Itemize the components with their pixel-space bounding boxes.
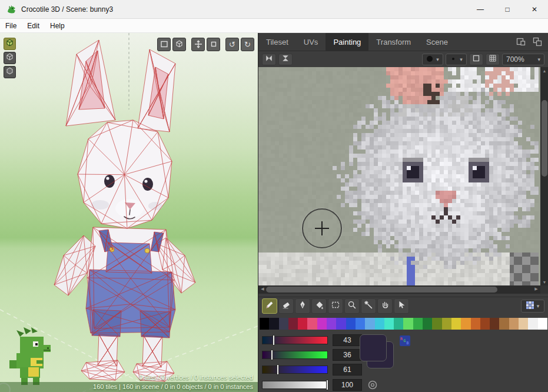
palette-swatch[interactable] bbox=[423, 318, 432, 330]
menu-file[interactable]: File bbox=[0, 19, 22, 33]
palette-swatch[interactable] bbox=[499, 318, 509, 330]
tool-pen-button[interactable] bbox=[295, 298, 310, 314]
palette-swatch[interactable] bbox=[307, 318, 317, 330]
palette-swatch[interactable] bbox=[298, 318, 307, 330]
scroll-left-button[interactable]: ◀ bbox=[258, 285, 267, 293]
channel-b-value[interactable]: 61 bbox=[333, 364, 362, 376]
channel-b-slider[interactable] bbox=[262, 366, 328, 374]
tool-zoom-button[interactable] bbox=[344, 298, 360, 314]
palette-swatch[interactable] bbox=[451, 318, 461, 330]
opacity-value[interactable]: 100 bbox=[333, 379, 362, 391]
channel-g-handle[interactable] bbox=[271, 350, 273, 360]
brush-size-dropdown[interactable]: ▾ bbox=[446, 54, 467, 65]
grid-toggle[interactable] bbox=[486, 54, 500, 65]
tool-fill-button[interactable] bbox=[311, 298, 327, 314]
rotate-ccw-button[interactable]: ↺ bbox=[225, 38, 239, 51]
tool-eraser-button[interactable] bbox=[278, 298, 294, 314]
tool-move-button[interactable] bbox=[394, 298, 409, 314]
palette-swatch[interactable] bbox=[403, 318, 413, 330]
edit-mode-button[interactable] bbox=[4, 52, 16, 64]
cube-icon bbox=[175, 39, 184, 49]
palette-swatch[interactable] bbox=[365, 318, 374, 330]
rotate-cw-button[interactable]: ↻ bbox=[241, 38, 254, 51]
brush-shape-dropdown[interactable]: ▾ bbox=[422, 54, 443, 65]
object-mode-button[interactable] bbox=[4, 66, 16, 78]
opacity-row: 100 bbox=[262, 379, 378, 391]
opacity-slider[interactable] bbox=[262, 381, 328, 389]
palette-swatch[interactable] bbox=[288, 318, 298, 330]
palette-swatch[interactable] bbox=[509, 318, 519, 330]
scroll-up-button[interactable]: ▲ bbox=[540, 67, 548, 74]
menu-edit[interactable]: Edit bbox=[22, 19, 45, 33]
tab-scene[interactable]: Scene bbox=[419, 33, 456, 51]
palette-swatch[interactable] bbox=[336, 318, 346, 330]
vertical-scroll-thumb[interactable] bbox=[542, 100, 547, 177]
channel-b-handle[interactable] bbox=[277, 364, 279, 375]
circle-picker-button[interactable] bbox=[367, 379, 378, 391]
square-outline-icon bbox=[472, 54, 480, 65]
frame-button[interactable] bbox=[207, 38, 220, 51]
palette-swatch[interactable] bbox=[384, 318, 394, 330]
menu-help[interactable]: Help bbox=[45, 19, 70, 33]
maximize-button[interactable]: □ bbox=[494, 0, 521, 19]
palette-swatch[interactable] bbox=[442, 318, 451, 330]
opacity-handle[interactable] bbox=[326, 380, 328, 390]
palette-grid-dropdown[interactable]: ▾ bbox=[521, 300, 544, 313]
tool-select-button[interactable] bbox=[328, 298, 343, 314]
viewport-3d[interactable]: ↺ ↻ 0 tiles / 0 vertices / 0 instances s… bbox=[0, 33, 258, 392]
perspective-cube-button[interactable] bbox=[172, 38, 186, 51]
mirror-x-button[interactable] bbox=[262, 54, 276, 65]
mirror-y-button[interactable] bbox=[278, 54, 293, 65]
rgb-mode-button[interactable]: RGB bbox=[400, 335, 410, 346]
palette-swatch[interactable] bbox=[269, 318, 278, 330]
palette-swatch[interactable] bbox=[346, 318, 356, 330]
brush-size-icon bbox=[450, 55, 457, 64]
tool-pan-button[interactable] bbox=[377, 298, 393, 314]
scroll-right-button[interactable]: ▶ bbox=[532, 285, 540, 293]
palette-swatch[interactable] bbox=[528, 318, 537, 330]
palette-swatch[interactable] bbox=[480, 318, 490, 330]
horizontal-scrollbar[interactable]: ◀ ▶ bbox=[258, 285, 540, 294]
palette-swatch[interactable] bbox=[394, 318, 403, 330]
tab-tileset[interactable]: Tileset bbox=[258, 33, 296, 51]
pixel-outline-toggle[interactable] bbox=[469, 54, 483, 65]
tab-painting[interactable]: Painting bbox=[326, 33, 368, 51]
status-counts: 160 tiles | 160 in scene / 0 in 0 object… bbox=[0, 382, 258, 392]
tab-transform[interactable]: Transform bbox=[368, 33, 419, 51]
palette-swatch[interactable] bbox=[327, 318, 336, 330]
close-button[interactable]: ✕ bbox=[521, 0, 548, 19]
paint-canvas[interactable] bbox=[258, 67, 539, 285]
scroll-down-button[interactable]: ▼ bbox=[540, 278, 548, 285]
tile-mode-button[interactable] bbox=[4, 38, 16, 50]
palette-swatch[interactable] bbox=[461, 318, 470, 330]
float-panels-button[interactable] bbox=[532, 36, 543, 48]
palette-swatch[interactable] bbox=[490, 318, 499, 330]
horizontal-scroll-thumb[interactable] bbox=[266, 287, 497, 293]
channel-g-value[interactable]: 36 bbox=[333, 349, 362, 361]
rect-select-button[interactable] bbox=[157, 38, 171, 51]
palette-swatch[interactable] bbox=[375, 318, 384, 330]
tool-pencil-button[interactable] bbox=[262, 298, 277, 314]
primary-color-preview[interactable] bbox=[360, 334, 387, 361]
dock-panel-button[interactable] bbox=[515, 36, 527, 48]
channel-r-slider[interactable] bbox=[262, 336, 328, 344]
channel-g-slider[interactable] bbox=[262, 351, 328, 359]
palette-swatch[interactable] bbox=[538, 318, 547, 330]
palette-swatch[interactable] bbox=[260, 318, 269, 330]
transform-button[interactable] bbox=[191, 38, 205, 51]
paint-tools: ▾ bbox=[258, 297, 548, 314]
palette-swatch[interactable] bbox=[317, 318, 327, 330]
palette-swatch[interactable] bbox=[413, 318, 423, 330]
palette-swatch[interactable] bbox=[519, 318, 528, 330]
zoom-dropdown[interactable]: 700% ▾ bbox=[502, 54, 544, 65]
vertical-scrollbar[interactable]: ▲ ▼ bbox=[540, 67, 548, 285]
palette-swatch[interactable] bbox=[279, 318, 288, 330]
tab-uvs[interactable]: UVs bbox=[296, 33, 326, 51]
channel-r-value[interactable]: 43 bbox=[333, 334, 362, 346]
channel-r-handle[interactable] bbox=[273, 335, 275, 346]
palette-swatch[interactable] bbox=[471, 318, 480, 330]
palette-swatch[interactable] bbox=[356, 318, 365, 330]
tool-wand-button[interactable] bbox=[361, 298, 376, 314]
palette-swatch[interactable] bbox=[432, 318, 441, 330]
minimize-button[interactable]: — bbox=[467, 0, 494, 19]
